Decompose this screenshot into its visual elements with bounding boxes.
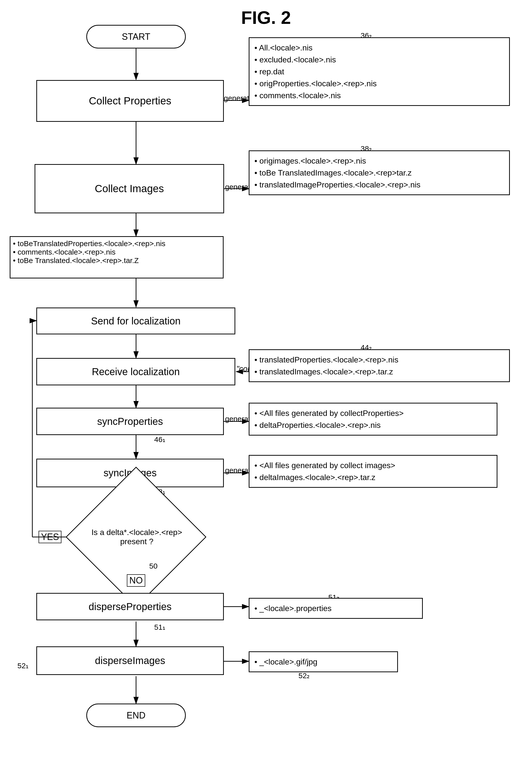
info-box-38-2: origimages.<locale>.<rep>.nis toBe Trans… [249,151,510,195]
list-item: deltaProperties.<locale>.<rep>.nis [254,419,492,431]
info-list-46-2: <All files generated by collectPropertie… [254,407,492,431]
list-item: excluded.<locale>.nis [254,54,504,66]
box40-line1: • toBeTranslatedProperties.<locale>.<rep… [13,239,165,248]
send-localization-box: Send for localization [36,308,235,334]
ref-52-2: 52₂ [299,671,310,680]
no-label: NO [127,574,145,587]
diagram-container: FIG. 2 [0,0,532,758]
info-box-51-2: _<locale>.properties [249,598,423,619]
list-item: translatedImages.<locale>.<rep>.tar.z [254,366,504,378]
info-box-36-2: All.<locale>.nis excluded.<locale>.nis r… [249,37,510,106]
fig-title: FIG. 2 [241,8,291,28]
list-item: comments.<locale>.nis [254,89,504,101]
sync-properties-box: syncProperties [36,408,224,435]
list-item: _<locale>.gif/jpg [254,656,392,668]
list-item: translatedImageProperties.<locale>.<rep>… [254,179,504,191]
box-40: • toBeTranslatedProperties.<locale>.<rep… [10,236,224,278]
disperse-properties-box: disperseProperties [36,593,224,620]
info-box-52-2: _<locale>.gif/jpg [249,651,398,672]
list-item: All.<locale>.nis [254,42,504,54]
collect-images-box: Collect Images [35,164,224,213]
info-list-48-2: <All files generated by collect images> … [254,460,492,483]
list-item: <All files generated by collect images> [254,460,492,471]
box40-line2: • comments.<locale>.<rep>.nis [13,248,115,256]
info-list-36-2: All.<locale>.nis excluded.<locale>.nis r… [254,42,504,101]
diamond-text: Is a delta*.<locale>.<rep> present ? [57,505,216,569]
collect-properties-box: Collect Properties [36,80,224,122]
ref-46-1: 46₁ [154,435,165,444]
ref-51-1: 51₁ [154,623,165,632]
box40-line3: • toBe Translated.<locale>.<rep>.tar.Z [13,256,139,265]
disperse-images-box: disperseImages [36,646,224,675]
info-list-51-2: _<locale>.properties [254,603,417,614]
info-box-46-2: <All files generated by collectPropertie… [249,403,497,435]
info-list-44-2: translatedProperties.<locale>.<rep>.nis … [254,354,504,378]
list-item: rep.dat [254,66,504,78]
list-item: <All files generated by collectPropertie… [254,407,492,419]
ref-50: 50 [149,562,158,570]
end-node: END [86,704,186,727]
list-item: origimages.<locale>.<rep>.nis [254,155,504,167]
list-item: _<locale>.properties [254,603,417,614]
info-box-48-2: <All files generated by collect images> … [249,455,497,488]
ref-52-1: 52₁ [18,661,29,670]
info-list-38-2: origimages.<locale>.<rep>.nis toBe Trans… [254,155,504,191]
list-item: origProperties.<locale>.<rep>.nis [254,78,504,89]
info-list-52-2: _<locale>.gif/jpg [254,656,392,668]
list-item: deltaImages.<locale>.<rep>.tar.z [254,471,492,483]
list-item: toBe TranslatedImages.<locale>.<rep>tar.… [254,167,504,179]
list-item: translatedProperties.<locale>.<rep>.nis [254,354,504,366]
info-box-44-2: translatedProperties.<locale>.<rep>.nis … [249,349,510,382]
start-node: START [86,25,186,49]
receive-localization-box: Receive localization [36,358,235,385]
